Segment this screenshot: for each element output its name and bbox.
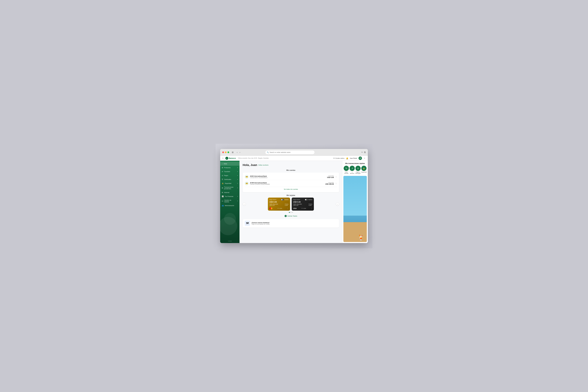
promo-subtitle: Viaja con las tarjetas de crédito [252, 224, 270, 225]
address-input[interactable]: Search or enter website name [270, 152, 313, 153]
account-menu-dots-2[interactable]: ⋮ [335, 182, 337, 184]
account-menu-dots-1[interactable]: ⋮ [335, 176, 337, 178]
page-greeting: Hola, Juan Editar escritorio [243, 163, 339, 167]
account-menu-button[interactable]: ▾ [364, 157, 366, 160]
mastercard-icon [270, 208, 272, 209]
user-name-label: Juan Retail [350, 158, 357, 159]
seguridad-button[interactable]: 🔒 [361, 166, 366, 171]
beach-scene [344, 176, 367, 242]
account-row-1: 💳 ASAV International Bank Cuenta Ahorro … [245, 174, 337, 180]
sidebar-item-productos[interactable]: ⊞ Productos ▾ [220, 166, 240, 170]
entre-cuentas-button[interactable]: ↻ [344, 166, 349, 171]
accounts-card: 💳 ASAV International Bank Cuenta Ahorro … [243, 172, 339, 192]
sidebar-toggle-button[interactable]: ⊞ [231, 151, 234, 154]
card-toggle-2[interactable]: Inactiva [305, 199, 312, 200]
nav-buttons: ‹ › [236, 151, 241, 154]
card-bottom-row-2: VISA **** 1234 ⋮ [293, 208, 312, 209]
sidebar-item-gestion-tarjetas[interactable]: 🗂 Gestion de tarjetas ▾ [220, 198, 240, 204]
cocktail-glass-icon: 🍹 [358, 234, 364, 241]
card-puntos-info-1: Puntos 0,000 [285, 204, 288, 206]
notification-button[interactable]: 🔔 [346, 157, 348, 159]
chevron-down-icon-7: ▾ [237, 196, 238, 197]
search-icon: 🔍 [267, 152, 269, 153]
greeting-text: Hola, Juan [243, 163, 257, 167]
card-mgmt-icon: 🗂 [222, 200, 223, 202]
quick-action-pagos[interactable]: $ Pagos y Recargas [356, 166, 361, 174]
account-balance-2: Disponible USD 450.50 [325, 182, 334, 185]
hide-balance-button[interactable]: 👁 Ocultar saldos [333, 158, 344, 159]
promo-banner[interactable]: 🗺 ¡Conoce nuevos destinos! Viaja con las… [243, 219, 339, 228]
card-options-button-1[interactable]: ⋮ [287, 208, 288, 209]
card-number-2: **** 1234 [301, 208, 306, 209]
address-bar[interactable]: 🔍 Search or enter website name [265, 150, 315, 154]
carousel-dot-1[interactable] [289, 212, 290, 213]
minimize-traffic-light[interactable] [225, 152, 226, 153]
account-name-2: ACWI International Bank [250, 182, 324, 184]
request-card-button[interactable]: + Solicitar Tarjeta [243, 214, 339, 218]
see-all-accounts[interactable]: Ver todas mis cuentas [245, 187, 337, 191]
carousel-dot-3[interactable] [292, 212, 293, 213]
copy-button[interactable]: ⧉ [364, 151, 366, 154]
last-login-text: Última conexión: Hoy a las 10:03 · Bogot… [238, 158, 268, 159]
sidebar-item-administracion[interactable]: 👥 Administración [220, 204, 240, 208]
card-toggle-1[interactable]: Inactiva [281, 199, 288, 200]
visa-brand: VISA [293, 208, 296, 209]
a-terceros-button[interactable]: ↗ [350, 166, 355, 171]
payments-icon: ◎ [222, 174, 223, 176]
tabbar-right: 👁 Ocultar saldos 🔔 Juan Retail JD ▾ [333, 156, 366, 160]
account-amount-2: USD 450.50 [325, 183, 334, 185]
quick-action-seguridad[interactable]: 🔒 Seguridad [361, 166, 366, 174]
user-avatar: JD [358, 156, 362, 160]
back-button[interactable]: ‹ [236, 151, 238, 154]
new-tab-button[interactable]: + [361, 151, 363, 154]
sidebar-item-solicitudes[interactable]: ☰ Solicitudes ▾ [220, 178, 240, 181]
fullscreen-traffic-light[interactable] [228, 152, 229, 153]
chevron-down-icon-8: ▾ [237, 200, 238, 202]
quick-action-entre-cuentas[interactable]: ↻ Entre cuentas [344, 166, 349, 174]
card-top-row-1: Pago mínimo Inactiva [270, 199, 288, 200]
bank-name: Banesco [229, 157, 236, 159]
quick-action-a-terceros[interactable]: ↗ A terceros [350, 166, 355, 174]
account-info-2: ACWI International Bank Cuenta Corriente… [250, 182, 324, 185]
sidebar-item-finanzas[interactable]: 📈 Tus Finanzas ▾ [220, 194, 240, 198]
browser-toolbar: ⊞ ‹ › 🔍 Search or enter website name + ⧉ [220, 149, 368, 156]
account-amount-1: USD 0.00 [327, 176, 334, 178]
sidebar-item-transferir[interactable]: ⇄ Transferir ▾ [220, 170, 240, 174]
sidebar-item-historial[interactable]: ⊞ Historial [220, 190, 240, 194]
finances-icon: 📈 [222, 196, 224, 197]
card-mid-row-2: Saldo disponible USD 0.00 Puntos 0,000 [293, 204, 312, 206]
card-pago-min-label-1: Pago mínimo [270, 199, 276, 200]
toggle-switch-1[interactable] [281, 199, 284, 200]
security-icon: 🔒 [222, 182, 224, 184]
carousel-next-button[interactable]: › [336, 202, 339, 206]
bank-main: ⌂ Inicio ⊞ Productos ▾ ⇄ Transferir ▾ [220, 161, 368, 243]
sidebar-item-inicio[interactable]: ⌂ Inicio [220, 162, 240, 166]
sidebar-item-pagos[interactable]: ◎ Pagos ▾ [220, 174, 240, 178]
sidebar-item-transacciones-pendientes[interactable]: ⊞ Transacciones pendientes ▾ [220, 185, 240, 190]
close-traffic-light[interactable] [222, 152, 224, 153]
edit-desk-button[interactable]: Editar escritorio [258, 164, 268, 166]
entre-cuentas-label: Entre cuentas [344, 172, 349, 174]
toggle-switch-2[interactable] [305, 199, 308, 200]
promo-icon: 🗺 [245, 221, 250, 226]
chevron-down-icon: ▾ [237, 167, 238, 168]
account-row-2: 💳 ACWI International Bank Cuenta Corrien… [245, 180, 337, 187]
carousel-dot-2[interactable] [290, 212, 292, 213]
tab-close-button[interactable]: ✕ [222, 157, 224, 159]
card-mid-row-1: Saldo disponible USD 0.00 Puntos 0,000 [270, 204, 288, 206]
version-label: v 0.3.0 [220, 240, 240, 242]
quick-actions: ↻ Entre cuentas ↗ A terceros $ Pagos y R… [342, 166, 368, 176]
eye-icon: 👁 [333, 158, 335, 159]
account-number-1: Cuenta Ahorro 201000095012 [250, 177, 326, 178]
request-card-icon: + [284, 215, 287, 217]
forward-button[interactable]: › [239, 151, 241, 154]
card-pago-min-label-2: Pago mínimo [293, 199, 300, 200]
requests-icon: ☰ [222, 178, 223, 180]
page-content: ✕ Banesco Última conexión: Hoy a las 10:… [220, 156, 368, 243]
card-options-button-2[interactable]: ⋮ [311, 208, 312, 209]
pagos-recargas-button[interactable]: $ [356, 166, 361, 171]
beach-sky [344, 176, 367, 219]
sidebar-item-seguridad[interactable]: 🔒 Seguridad ▾ [220, 181, 240, 185]
carousel-prev-button[interactable]: ‹ [243, 202, 246, 206]
history-icon: ⊞ [222, 192, 223, 194]
